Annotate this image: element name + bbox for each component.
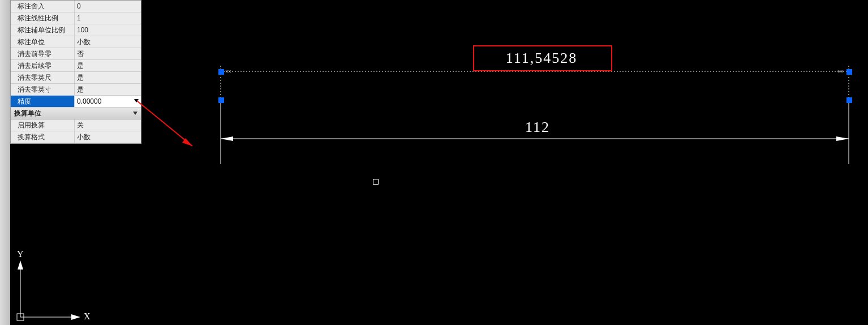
precision-value: 0.00000: [77, 97, 101, 105]
prop-value[interactable]: 是: [74, 72, 141, 83]
prop-value[interactable]: 是: [74, 60, 141, 71]
axis-x-label: X: [84, 311, 91, 322]
prop-value[interactable]: 小数: [74, 131, 141, 143]
prop-row[interactable]: 消去零英尺 是: [11, 72, 141, 84]
grip-handle[interactable]: [218, 69, 224, 75]
cursor-pickbox: [373, 179, 379, 185]
prop-label: 消去后续零: [11, 61, 74, 71]
prop-label: 消去前导零: [11, 49, 74, 59]
svg-marker-13: [71, 314, 80, 320]
grip-marker: ✕✕: [837, 68, 843, 74]
prop-value[interactable]: 100: [74, 24, 141, 36]
properties-panel: 标注舍入 0 标注线性比例 1 标注辅单位比例 100 标注单位 小数 消去前导…: [10, 0, 141, 144]
precision-dropdown[interactable]: 0.00000: [74, 96, 141, 107]
prop-row-precision[interactable]: 精度 0.00000: [11, 96, 141, 108]
prop-label: 消去零英尺: [11, 73, 74, 83]
prop-label: 精度: [11, 97, 74, 106]
dimension-text-1[interactable]: 111,54528: [475, 50, 608, 67]
prop-label: 换算格式: [11, 132, 74, 142]
prop-label: 标注辅单位比例: [11, 25, 74, 35]
grip-handle[interactable]: [846, 69, 852, 75]
chevron-down-icon: [133, 112, 137, 115]
svg-marker-6: [221, 136, 233, 141]
prop-row[interactable]: 消去零英寸 是: [11, 84, 141, 96]
prop-label: 标注线性比例: [11, 14, 74, 23]
prop-value[interactable]: 是: [74, 84, 141, 95]
grip-handle[interactable]: [846, 97, 852, 103]
prop-label: 启用换算: [11, 121, 74, 130]
chevron-down-icon: [134, 99, 139, 102]
svg-marker-9: [182, 138, 192, 146]
svg-marker-7: [836, 136, 849, 141]
prop-row[interactable]: 标注单位 小数: [11, 36, 141, 48]
axis-y-label: Y: [17, 249, 24, 259]
prop-row[interactable]: 消去后续零 是: [11, 60, 141, 72]
prop-row[interactable]: 标注舍入 0: [11, 1, 141, 12]
svg-line-8: [137, 101, 192, 146]
section-title: 换算单位: [14, 109, 41, 118]
prop-value[interactable]: 0: [74, 1, 141, 12]
prop-label: 消去零英寸: [11, 85, 74, 95]
prop-value[interactable]: 1: [74, 12, 141, 24]
prop-row[interactable]: 标注辅单位比例 100: [11, 24, 141, 36]
grip-handle[interactable]: [218, 97, 224, 103]
left-gutter: [0, 0, 10, 325]
prop-value[interactable]: 否: [74, 48, 141, 59]
prop-row[interactable]: 消去前导零 否: [11, 48, 141, 60]
prop-label: 标注单位: [11, 37, 74, 47]
section-header-conversion-units[interactable]: 换算单位: [11, 108, 141, 119]
prop-row[interactable]: 换算格式 小数: [11, 131, 141, 143]
prop-row[interactable]: 标注线性比例 1: [11, 12, 141, 24]
svg-rect-14: [17, 314, 24, 320]
dimension-text-2[interactable]: 112: [521, 119, 555, 136]
prop-row[interactable]: 启用换算 关: [11, 119, 141, 131]
grip-marker: ✕✕: [225, 68, 231, 74]
prop-value[interactable]: 关: [74, 119, 141, 131]
prop-value[interactable]: 小数: [74, 36, 141, 48]
prop-label: 标注舍入: [11, 2, 74, 11]
svg-marker-11: [18, 260, 23, 270]
